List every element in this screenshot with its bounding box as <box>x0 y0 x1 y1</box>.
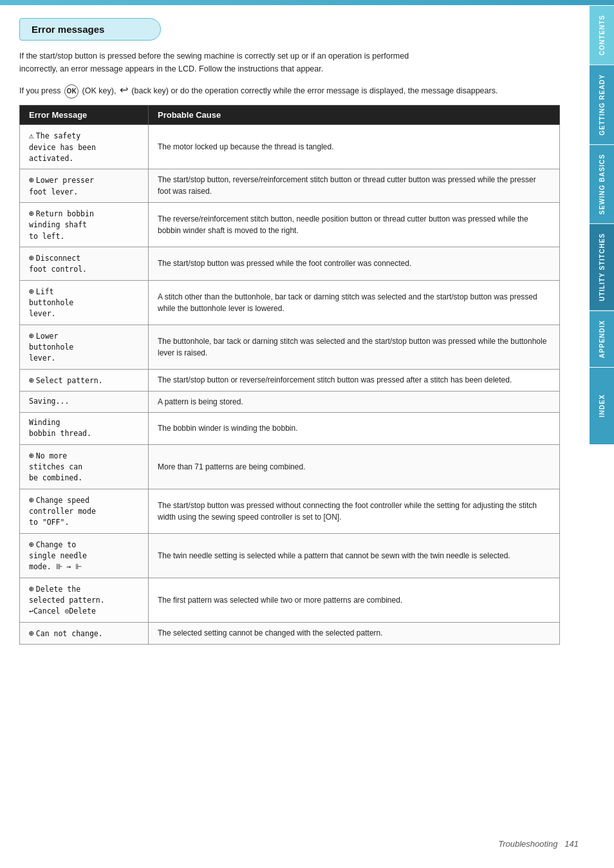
top-bar <box>0 0 614 5</box>
probable-cause-cell: The start/stop button, reverse/reinforce… <box>149 169 560 203</box>
intro-line3-end: (back key) or do the operation correctly… <box>131 86 498 95</box>
probable-cause-cell: The reverse/reinforcement stitch button,… <box>149 202 560 247</box>
error-icon: ⊕ <box>29 451 34 460</box>
error-icon: ⊕ <box>29 331 34 341</box>
table-row: ⊕Liftbuttonholelever.A stitch other than… <box>20 280 560 325</box>
probable-cause-cell: The motor locked up because the thread i… <box>149 125 560 169</box>
section-title-box: Error messages <box>19 18 161 41</box>
probable-cause-cell: The bobbin winder is winding the bobbin. <box>149 413 560 445</box>
sidebar-tab-contents[interactable]: CONTENTS <box>590 5 614 64</box>
error-message-cell: ⊕Lower presserfoot lever. <box>20 169 149 203</box>
col2-header: Probable Cause <box>149 106 560 125</box>
error-message-cell: ⊕No morestitches canbe combined. <box>20 444 149 489</box>
page-footer: Troubleshooting 141 <box>498 839 579 849</box>
error-message-cell: Windingbobbin thread. <box>20 413 149 445</box>
intro-line3-start: If you press <box>19 86 61 95</box>
error-message-cell: ⊕Delete theselected pattern.↩Cancel ⊙Del… <box>20 578 149 622</box>
intro-line2: incorrectly, an error message appears in… <box>19 64 323 73</box>
probable-cause-cell: The start/stop button was pressed while … <box>149 247 560 280</box>
intro-line1: If the start/stop button is pressed befo… <box>19 52 409 61</box>
probable-cause-cell: More than 71 patterns are being combined… <box>149 444 560 489</box>
table-row: ⊕Return bobbinwinding shaftto left.The r… <box>20 202 560 247</box>
table-row: Saving...A pattern is being stored. <box>20 392 560 413</box>
probable-cause-cell: The first pattern was selected while two… <box>149 578 560 622</box>
back-key-icon: ↩ <box>120 82 128 99</box>
error-icon: ⊕ <box>29 209 34 218</box>
error-message-cell: ⊕Liftbuttonholelever. <box>20 280 149 325</box>
intro-paragraph-1: If the start/stop button is pressed befo… <box>19 50 560 75</box>
error-message-cell: ⊕Disconnectfoot control. <box>20 247 149 280</box>
error-icon: ⊕ <box>29 628 34 638</box>
error-icon: ⊕ <box>29 175 34 185</box>
error-icon: ⊕ <box>29 287 34 296</box>
error-message-cell: ⊕Select pattern. <box>20 369 149 392</box>
table-row: ⊕Change tosingle needlemode. ⊪ → ⊩The tw… <box>20 533 560 578</box>
table-row: ⊕Lowerbuttonholelever.The buttonhole, ba… <box>20 325 560 369</box>
probable-cause-cell: The start/stop button was pressed withou… <box>149 489 560 533</box>
table-row: ⊕Select pattern.The start/stop button or… <box>20 369 560 392</box>
main-content: Error messages If the start/stop button … <box>19 18 579 645</box>
sidebar-tab-sewing-basics[interactable]: SEWING BASICS <box>590 144 614 223</box>
error-icon: ⊕ <box>29 375 34 385</box>
table-row: ⊕Change speedcontroller modeto "OFF".The… <box>20 489 560 533</box>
error-message-cell: ⚠The safetydevice has beenactivated. <box>20 125 149 169</box>
probable-cause-cell: The twin needle setting is selected whil… <box>149 533 560 578</box>
table-row: ⊕Delete theselected pattern.↩Cancel ⊙Del… <box>20 578 560 622</box>
error-message-cell: Saving... <box>20 392 149 413</box>
sidebar-tab-getting-ready[interactable]: GETTING READY <box>590 64 614 144</box>
error-message-cell: ⊕Return bobbinwinding shaftto left. <box>20 202 149 247</box>
ok-key-badge: OK <box>64 84 79 99</box>
error-message-cell: ⊕Can not change. <box>20 622 149 645</box>
probable-cause-cell: The start/stop button or reverse/reinfor… <box>149 369 560 392</box>
error-message-cell: ⊕Lowerbuttonholelever. <box>20 325 149 369</box>
table-row: ⚠The safetydevice has beenactivated.The … <box>20 125 560 169</box>
probable-cause-cell: A stitch other than the buttonhole, bar … <box>149 280 560 325</box>
table-row: ⊕Disconnectfoot control.The start/stop b… <box>20 247 560 280</box>
footer-text: Troubleshooting <box>498 839 557 849</box>
error-icon: ⚠ <box>29 131 34 140</box>
footer-page: 141 <box>564 839 579 849</box>
error-icon: ⊕ <box>29 253 34 263</box>
probable-cause-cell: The selected setting cannot be changed w… <box>149 622 560 645</box>
sidebar-tab-appendix[interactable]: APPENDIX <box>590 310 614 367</box>
table-row: ⊕Can not change.The selected setting can… <box>20 622 560 645</box>
probable-cause-cell: A pattern is being stored. <box>149 392 560 413</box>
table-row: ⊕Lower presserfoot lever.The start/stop … <box>20 169 560 203</box>
intro-paragraph-2: If you press OK (OK key), ↩ (back key) o… <box>19 82 560 99</box>
sidebar-tab-utility-stitches[interactable]: UTILITY STITCHES <box>590 223 614 310</box>
error-message-cell: ⊕Change speedcontroller modeto "OFF". <box>20 489 149 533</box>
error-message-cell: ⊕Change tosingle needlemode. ⊪ → ⊩ <box>20 533 149 578</box>
error-table: Error Message Probable Cause ⚠The safety… <box>19 105 560 645</box>
table-row: Windingbobbin thread.The bobbin winder i… <box>20 413 560 445</box>
col1-header: Error Message <box>20 106 149 125</box>
section-title: Error messages <box>32 24 104 35</box>
error-icon: ⊕ <box>29 540 34 549</box>
sidebar-tab-index[interactable]: INDEX <box>590 367 614 444</box>
error-icon: ⊕ <box>29 495 34 505</box>
intro-mid: (OK key), <box>82 86 116 95</box>
error-icon: ⊕ <box>29 584 34 594</box>
probable-cause-cell: The buttonhole, bar tack or darning stit… <box>149 325 560 369</box>
table-row: ⊕No morestitches canbe combined.More tha… <box>20 444 560 489</box>
sidebar: CONTENTS GETTING READY SEWING BASICS UTI… <box>590 5 614 444</box>
